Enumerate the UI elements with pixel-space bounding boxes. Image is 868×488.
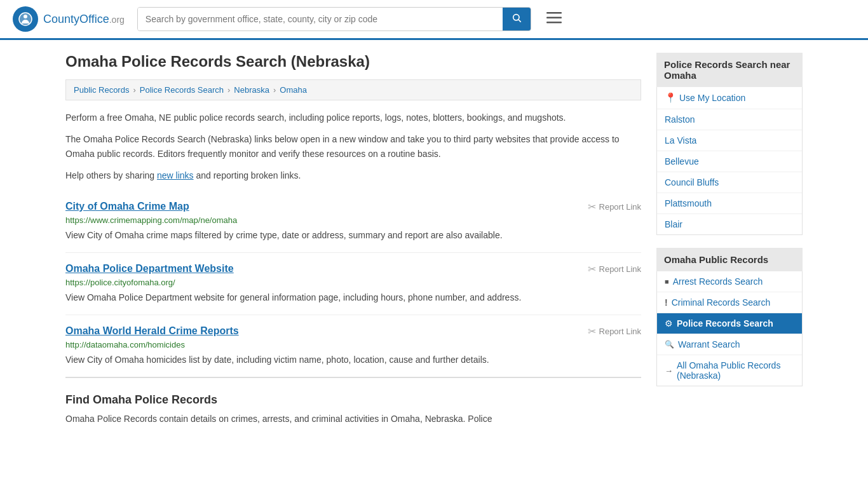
page-container: Omaha Police Records Search (Nebraska) P… xyxy=(53,40,815,456)
breadcrumb-police-records-search[interactable]: Police Records Search xyxy=(140,85,224,95)
svg-rect-7 xyxy=(546,22,562,24)
logo-icon xyxy=(13,6,38,32)
page-title: Omaha Police Records Search (Nebraska) xyxy=(65,53,641,71)
sidebar-public-records-title: Omaha Public Records xyxy=(656,248,803,271)
description-3: Help others by sharing new links and rep… xyxy=(65,168,641,182)
breadcrumb-omaha[interactable]: Omaha xyxy=(280,85,307,95)
search-input[interactable] xyxy=(138,8,503,30)
sidebar-records-list: ■ Arrest Records Search ! Criminal Recor… xyxy=(656,271,803,386)
criminal-icon: ! xyxy=(665,297,668,308)
svg-point-1 xyxy=(24,15,27,18)
breadcrumb-nebraska[interactable]: Nebraska xyxy=(234,85,269,95)
police-icon: ⚙ xyxy=(665,318,673,329)
main-content: Omaha Police Records Search (Nebraska) P… xyxy=(65,53,641,444)
report-icon-0: ✂ xyxy=(588,201,596,213)
menu-button[interactable] xyxy=(544,8,564,30)
result-item: Omaha World Herald Crime Reports ✂ Repor… xyxy=(65,315,641,377)
description-1: Perform a free Omaha, NE public police r… xyxy=(65,111,641,125)
find-section-title: Find Omaha Police Records xyxy=(65,388,641,407)
svg-rect-5 xyxy=(546,12,562,14)
result-title-police-dept[interactable]: Omaha Police Department Website xyxy=(65,263,234,274)
result-desc-1: View Omaha Police Department website for… xyxy=(65,291,641,304)
breadcrumb-public-records[interactable]: Public Records xyxy=(74,85,129,95)
results-list: City of Omaha Crime Map ✂ Report Link ht… xyxy=(65,191,641,377)
site-header: CountyOffice.org xyxy=(0,0,868,40)
logo-link[interactable]: CountyOffice.org xyxy=(13,6,125,32)
sidebar-item-councilbluffs[interactable]: Council Bluffs xyxy=(657,172,802,193)
result-title-herald[interactable]: Omaha World Herald Crime Reports xyxy=(65,325,239,337)
sidebar-nearby-section: Police Records Search near Omaha 📍 Use M… xyxy=(656,53,803,235)
arrest-icon: ■ xyxy=(665,278,669,285)
use-location-link[interactable]: Use My Location xyxy=(679,93,745,103)
sidebar-nearby-list: 📍 Use My Location Ralston La Vista Belle… xyxy=(656,87,803,235)
result-url-2: http://dataomaha.com/homicides xyxy=(65,340,641,349)
sidebar-item-arrest-records[interactable]: ■ Arrest Records Search xyxy=(657,271,802,292)
result-title-crime-map[interactable]: City of Omaha Crime Map xyxy=(65,201,189,212)
warrant-icon: 🔍 xyxy=(665,340,674,349)
report-icon-1: ✂ xyxy=(588,263,596,275)
svg-rect-6 xyxy=(546,17,562,19)
new-links-link[interactable]: new links xyxy=(157,170,194,180)
location-pin-icon: 📍 xyxy=(665,92,677,104)
result-item: City of Omaha Crime Map ✂ Report Link ht… xyxy=(65,191,641,253)
report-link-button-2[interactable]: ✂ Report Link xyxy=(588,325,641,337)
sidebar-item-police-records[interactable]: ⚙ Police Records Search xyxy=(657,313,802,334)
result-desc-0: View City of Omaha crime maps filtered b… xyxy=(65,229,641,242)
report-link-button-0[interactable]: ✂ Report Link xyxy=(588,201,641,213)
sidebar-item-warrant-search[interactable]: 🔍 Warrant Search xyxy=(657,334,802,355)
result-url-0: https://www.crimemapping.com/map/ne/omah… xyxy=(65,215,641,225)
search-bar xyxy=(137,7,531,31)
breadcrumb: Public Records › Police Records Search ›… xyxy=(65,79,641,100)
result-desc-2: View City of Omaha homicides list by dat… xyxy=(65,353,641,367)
sidebar-use-location[interactable]: 📍 Use My Location xyxy=(657,87,802,109)
result-item: Omaha Police Department Website ✂ Report… xyxy=(65,253,641,315)
sidebar-item-all-records[interactable]: → All Omaha Public Records (Nebraska) xyxy=(657,355,802,386)
svg-line-4 xyxy=(519,20,521,22)
sidebar-item-lavista[interactable]: La Vista xyxy=(657,130,802,151)
logo-text: CountyOffice.org xyxy=(43,13,125,26)
report-icon-2: ✂ xyxy=(588,325,596,337)
find-section-desc: Omaha Police Records contain details on … xyxy=(65,412,641,426)
svg-point-3 xyxy=(513,15,519,20)
search-button[interactable] xyxy=(503,8,531,30)
sidebar: Police Records Search near Omaha 📍 Use M… xyxy=(656,53,803,444)
arrow-icon: → xyxy=(665,366,673,376)
find-section: Find Omaha Police Records Omaha Police R… xyxy=(65,377,641,444)
sidebar-item-plattsmouth[interactable]: Plattsmouth xyxy=(657,193,802,214)
sidebar-item-criminal-records[interactable]: ! Criminal Records Search xyxy=(657,292,802,313)
sidebar-nearby-title: Police Records Search near Omaha xyxy=(656,53,803,87)
sidebar-public-records-section: Omaha Public Records ■ Arrest Records Se… xyxy=(656,248,803,386)
description-2: The Omaha Police Records Search (Nebrask… xyxy=(65,132,641,161)
sidebar-item-bellevue[interactable]: Bellevue xyxy=(657,151,802,172)
result-url-1: https://police.cityofomaha.org/ xyxy=(65,278,641,287)
sidebar-item-ralston[interactable]: Ralston xyxy=(657,109,802,130)
sidebar-item-blair[interactable]: Blair xyxy=(657,214,802,234)
report-link-button-1[interactable]: ✂ Report Link xyxy=(588,263,641,275)
